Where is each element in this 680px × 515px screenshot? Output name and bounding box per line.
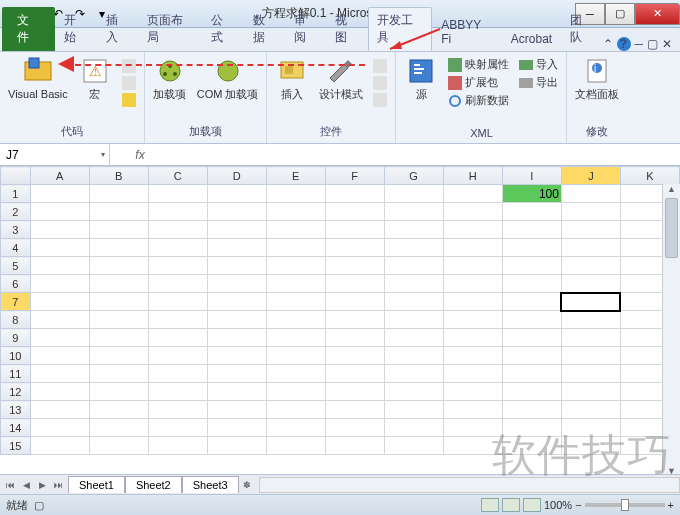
formula-input[interactable] — [170, 148, 680, 162]
cell-A4[interactable] — [30, 239, 89, 257]
cell-D1[interactable] — [207, 185, 266, 203]
sheet-nav-first[interactable]: ⏮ — [2, 477, 18, 493]
cell-C8[interactable] — [148, 311, 207, 329]
cell-E5[interactable] — [266, 257, 325, 275]
cell-G4[interactable] — [384, 239, 443, 257]
sheet-nav-prev[interactable]: ◀ — [18, 477, 34, 493]
colhdr-D[interactable]: D — [207, 167, 266, 185]
cell-G14[interactable] — [384, 419, 443, 437]
cell-J1[interactable] — [561, 185, 620, 203]
maximize-button[interactable]: ▢ — [605, 3, 635, 25]
cell-E8[interactable] — [266, 311, 325, 329]
cell-D10[interactable] — [207, 347, 266, 365]
rowhdr-8[interactable]: 8 — [1, 311, 31, 329]
cell-I12[interactable] — [502, 383, 561, 401]
cell-G15[interactable] — [384, 437, 443, 455]
cell-G11[interactable] — [384, 365, 443, 383]
name-box[interactable]: J7 — [0, 144, 110, 165]
tab-acrobat[interactable]: Acrobat — [502, 27, 561, 51]
colhdr-A[interactable]: A — [30, 167, 89, 185]
map-properties-button[interactable]: 映射属性 — [444, 56, 513, 73]
doc-restore-icon[interactable]: ▢ — [647, 37, 658, 51]
cell-D3[interactable] — [207, 221, 266, 239]
macros-button[interactable]: ⚠ 宏 — [74, 54, 116, 102]
cell-A13[interactable] — [30, 401, 89, 419]
select-all-corner[interactable] — [1, 167, 31, 185]
cell-F13[interactable] — [325, 401, 384, 419]
export-button[interactable]: 导出 — [515, 74, 562, 91]
cell-H7[interactable] — [443, 293, 502, 311]
help-icon[interactable]: ? — [617, 37, 631, 51]
cell-H15[interactable] — [443, 437, 502, 455]
doc-minimize-icon[interactable]: ─ — [635, 37, 644, 51]
cell-G5[interactable] — [384, 257, 443, 275]
cell-F2[interactable] — [325, 203, 384, 221]
cell-B15[interactable] — [89, 437, 148, 455]
doc-close-icon[interactable]: ✕ — [662, 37, 672, 51]
cell-I10[interactable] — [502, 347, 561, 365]
cell-J5[interactable] — [561, 257, 620, 275]
tab-review[interactable]: 审阅 — [285, 7, 326, 51]
colhdr-K[interactable]: K — [620, 167, 679, 185]
tab-pagelayout[interactable]: 页面布局 — [138, 7, 203, 51]
insert-control-button[interactable]: 插入 — [271, 54, 313, 102]
cell-C2[interactable] — [148, 203, 207, 221]
record-macro-button[interactable] — [118, 58, 140, 74]
cell-J9[interactable] — [561, 329, 620, 347]
cell-B1[interactable] — [89, 185, 148, 203]
xml-source-button[interactable]: 源 — [400, 54, 442, 102]
cell-I1[interactable]: 100 — [502, 185, 561, 203]
colhdr-B[interactable]: B — [89, 167, 148, 185]
cell-C14[interactable] — [148, 419, 207, 437]
scroll-up-icon[interactable]: ▲ — [663, 184, 680, 198]
cell-E4[interactable] — [266, 239, 325, 257]
addins-button[interactable]: 加载项 — [149, 54, 191, 102]
cell-B9[interactable] — [89, 329, 148, 347]
rowhdr-6[interactable]: 6 — [1, 275, 31, 293]
zoom-out-button[interactable]: − — [575, 499, 581, 511]
colhdr-J[interactable]: J — [561, 167, 620, 185]
cell-H5[interactable] — [443, 257, 502, 275]
cell-B7[interactable] — [89, 293, 148, 311]
zoom-slider[interactable] — [585, 503, 665, 507]
cell-D4[interactable] — [207, 239, 266, 257]
cell-C11[interactable] — [148, 365, 207, 383]
cell-D6[interactable] — [207, 275, 266, 293]
cell-F3[interactable] — [325, 221, 384, 239]
cell-E7[interactable] — [266, 293, 325, 311]
cell-B12[interactable] — [89, 383, 148, 401]
cell-H11[interactable] — [443, 365, 502, 383]
fx-icon[interactable]: fx — [135, 148, 144, 162]
tab-data[interactable]: 数据 — [244, 7, 285, 51]
view-pagelayout-button[interactable] — [502, 498, 520, 512]
cell-F10[interactable] — [325, 347, 384, 365]
zoom-in-button[interactable]: + — [668, 499, 674, 511]
tab-view[interactable]: 视图 — [326, 7, 367, 51]
cell-A7[interactable] — [30, 293, 89, 311]
rowhdr-2[interactable]: 2 — [1, 203, 31, 221]
sheet-tab-1[interactable]: Sheet1 — [68, 476, 125, 493]
cell-F11[interactable] — [325, 365, 384, 383]
cell-J2[interactable] — [561, 203, 620, 221]
cell-F5[interactable] — [325, 257, 384, 275]
cell-H13[interactable] — [443, 401, 502, 419]
cell-A11[interactable] — [30, 365, 89, 383]
cell-C4[interactable] — [148, 239, 207, 257]
cell-E13[interactable] — [266, 401, 325, 419]
rowhdr-11[interactable]: 11 — [1, 365, 31, 383]
colhdr-G[interactable]: G — [384, 167, 443, 185]
tab-formulas[interactable]: 公式 — [202, 7, 243, 51]
cell-E6[interactable] — [266, 275, 325, 293]
tab-home[interactable]: 开始 — [55, 7, 96, 51]
cell-F1[interactable] — [325, 185, 384, 203]
cell-B13[interactable] — [89, 401, 148, 419]
view-code-button[interactable] — [369, 75, 391, 91]
cell-I8[interactable] — [502, 311, 561, 329]
cell-A5[interactable] — [30, 257, 89, 275]
cell-G1[interactable] — [384, 185, 443, 203]
view-normal-button[interactable] — [481, 498, 499, 512]
cell-C5[interactable] — [148, 257, 207, 275]
new-sheet-button[interactable]: ✽ — [239, 477, 255, 493]
cell-D2[interactable] — [207, 203, 266, 221]
cell-A6[interactable] — [30, 275, 89, 293]
